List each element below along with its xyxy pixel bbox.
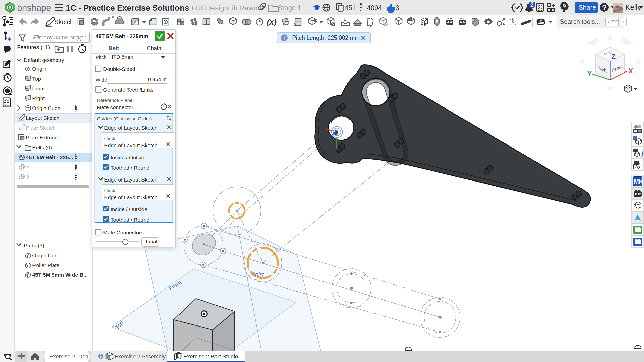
svg-text:Layout Sketch: Layout Sketch <box>26 115 59 121</box>
svg-text:X: X <box>628 67 633 75</box>
svg-text:45T 5M Belt - 225...: 45T 5M Belt - 225... <box>26 154 73 160</box>
svg-text:?: ? <box>26 174 29 180</box>
svg-text:i: i <box>283 35 285 41</box>
svg-text:Origin: Origin <box>32 66 46 72</box>
svg-text:Circle: Circle <box>104 188 117 193</box>
svg-text:45T 5M 9mm Wide B...: 45T 5M 9mm Wide B... <box>32 272 88 278</box>
svg-text:Pitch Length: 225.002 mm: Pitch Length: 225.002 mm <box>292 34 360 41</box>
svg-text:(x): (x) <box>633 161 641 169</box>
svg-text:1C - Practice Exercise Solutio: 1C - Practice Exercise Solutions <box>66 3 189 12</box>
svg-text:?: ? <box>602 3 607 12</box>
svg-text:Features (11): Features (11) <box>17 44 50 50</box>
svg-text:Exercise 2 Assembly: Exercise 2 Assembly <box>115 353 166 360</box>
svg-text:Z: Z <box>611 52 616 60</box>
svg-text:0.354 in: 0.354 in <box>148 76 167 82</box>
svg-text:Filter by name or type: Filter by name or type <box>33 34 87 41</box>
svg-text:Search tools...: Search tools... <box>560 18 600 25</box>
svg-text:Origin Cube: Origin Cube <box>32 105 60 111</box>
svg-text:45T 5M Belt - 225mm: 45T 5M Belt - 225mm <box>96 33 148 39</box>
svg-text:Mate connector: Mate connector <box>97 104 133 110</box>
svg-text:c: c <box>622 19 624 24</box>
svg-text:}: } <box>641 150 643 157</box>
svg-text:Edge of Layout Sketch: Edge of Layout Sketch <box>104 142 157 148</box>
svg-text:Roller Plate: Roller Plate <box>32 262 60 268</box>
svg-text:Toothed / Round: Toothed / Round <box>111 165 149 171</box>
svg-text:Default geometry: Default geometry <box>24 57 64 63</box>
svg-text:Belt: Belt <box>109 45 119 51</box>
svg-text:Edge of Layout Sketch: Edge of Layout Sketch <box>104 194 157 200</box>
svg-text:onshape: onshape <box>17 3 51 13</box>
svg-text:?: ? <box>26 164 29 170</box>
svg-text:3: 3 <box>395 4 399 12</box>
svg-text:Chain: Chain <box>147 45 161 51</box>
svg-text:MK: MK <box>634 178 643 185</box>
svg-text:Plate Extrude: Plate Extrude <box>26 135 58 140</box>
svg-text:Parts (3): Parts (3) <box>24 243 44 248</box>
svg-text:FRCDesignLib Rework: FRCDesignLib Rework <box>192 4 264 12</box>
svg-text:Exercise 2 Part Studio: Exercise 2 Part Studio <box>183 353 238 360</box>
svg-text:Kelly: Kelly <box>625 3 641 11</box>
svg-text:Double-Sided: Double-Sided <box>103 66 135 72</box>
svg-text:Final: Final <box>146 239 157 244</box>
svg-text:Plate Sketch: Plate Sketch <box>26 125 56 131</box>
svg-text:Guides (Clockwise Order): Guides (Clockwise Order) <box>97 116 152 121</box>
svg-text:(x): (x) <box>267 17 277 26</box>
svg-text:Sketch: Sketch <box>54 18 74 25</box>
svg-text:Origin Cube: Origin Cube <box>32 252 60 258</box>
svg-text:2: 2 <box>530 1 534 8</box>
svg-text:Reference Plane: Reference Plane <box>97 98 133 103</box>
svg-text:HTD 5mm: HTD 5mm <box>109 54 133 60</box>
svg-text:alt/⌥: alt/⌥ <box>607 19 618 24</box>
svg-text:Edge of Layout Sketch: Edge of Layout Sketch <box>104 125 157 131</box>
svg-text:Inside / Outside: Inside / Outside <box>111 206 147 212</box>
svg-text:Generate Teeth/Links: Generate Teeth/Links <box>103 87 153 93</box>
svg-text:Exercise 2: Deal: Exercise 2: Deal <box>49 353 90 360</box>
svg-text:4094: 4094 <box>367 4 382 12</box>
svg-text:Toothed / Round: Toothed / Round <box>111 217 149 223</box>
svg-text:Share: Share <box>579 4 596 11</box>
svg-text:Belts (0): Belts (0) <box>32 144 52 150</box>
svg-text:Edge of Layout Sketch: Edge of Layout Sketch <box>104 177 157 183</box>
svg-text:Mate Connectors: Mate Connectors <box>103 230 144 235</box>
svg-text:451: 451 <box>345 4 356 12</box>
svg-text:Pitch: Pitch <box>96 55 107 60</box>
svg-text:Stage 1: Stage 1 <box>278 4 301 12</box>
svg-text:Circle: Circle <box>104 136 117 141</box>
svg-text:Inside / Outside: Inside / Outside <box>111 155 147 160</box>
svg-text:Front: Front <box>32 86 45 91</box>
svg-text:Y: Y <box>587 70 592 78</box>
svg-text:Right: Right <box>32 95 45 101</box>
svg-text:Width: Width <box>96 77 109 83</box>
svg-text:Top: Top <box>32 76 41 82</box>
